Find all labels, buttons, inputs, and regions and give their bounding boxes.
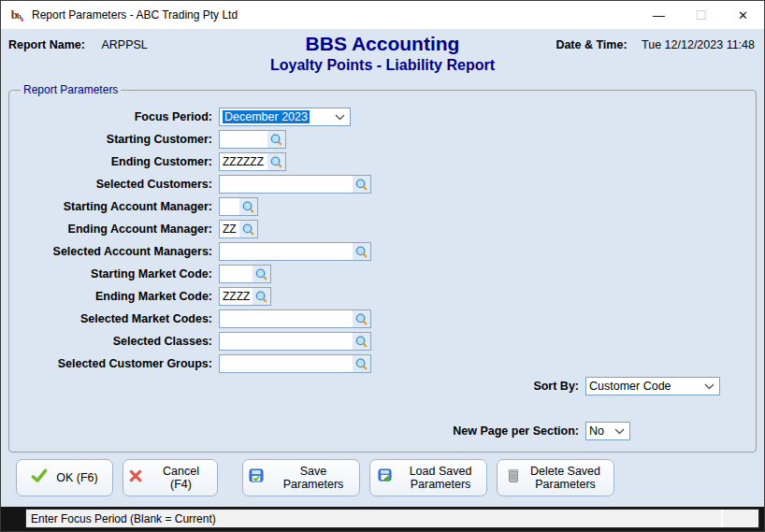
datetime-label: Date & Time: xyxy=(556,38,627,51)
ending-customer-field xyxy=(219,152,286,171)
selected-classes-label: Selected Classes: xyxy=(9,335,219,348)
selected-classes-field xyxy=(219,332,371,351)
ending-account-manager-input[interactable] xyxy=(220,221,239,237)
focus-period-row: Focus Period: December 2023 xyxy=(9,106,756,128)
starting-account-manager-label: Starting Account Manager: xyxy=(9,200,219,213)
status-message-panel: Enter Focus Period (Blank = Current) xyxy=(25,509,759,528)
starting-customer-input[interactable] xyxy=(220,131,267,148)
starting-account-manager-input[interactable] xyxy=(220,198,239,215)
selected-account-managers-input[interactable] xyxy=(220,243,353,260)
starting-market-code-label: Starting Market Code: xyxy=(9,267,219,280)
load-saved-parameters-button[interactable]: Load Saved Parameters xyxy=(369,459,487,496)
ok-button[interactable]: OK (F6) xyxy=(16,459,113,496)
selected-customer-groups-row: Selected Customer Groups: xyxy=(9,352,756,375)
selected-market-codes-row: Selected Market Codes: xyxy=(9,308,756,330)
search-icon[interactable] xyxy=(267,153,285,170)
ending-account-manager-field xyxy=(219,220,258,238)
selected-market-codes-field xyxy=(219,309,371,328)
new-page-per-section-value: No xyxy=(589,424,604,438)
maximize-button: ☐ xyxy=(680,1,722,29)
focus-period-label: Focus Period: xyxy=(9,110,219,123)
green-check-icon xyxy=(31,468,48,486)
maximize-icon: ☐ xyxy=(696,8,707,22)
starting-customer-row: Starting Customer: xyxy=(9,128,756,151)
starting-market-code-input[interactable] xyxy=(220,266,253,282)
save-parameters-button[interactable]: Save Parameters xyxy=(242,459,360,496)
ending-account-manager-row: Ending Account Manager: xyxy=(9,218,756,240)
close-button[interactable]: ✕ xyxy=(722,1,764,29)
focus-period-dropdown[interactable]: December 2023 xyxy=(219,108,351,126)
close-icon: ✕ xyxy=(738,8,748,22)
bbs-logo-icon: bbs xyxy=(7,6,26,24)
selected-classes-row: Selected Classes: xyxy=(9,330,756,352)
new-page-per-section-dropdown[interactable]: No xyxy=(585,422,630,440)
sort-by-dropdown[interactable]: Customer Code xyxy=(585,377,720,395)
selected-classes-input[interactable] xyxy=(220,333,353,350)
ok-button-label: OK (F6) xyxy=(56,471,97,484)
sort-by-label: Sort By: xyxy=(9,380,585,393)
ending-customer-label: Ending Customer: xyxy=(9,155,219,168)
load-saved-parameters-label: Load Saved Parameters xyxy=(402,465,479,492)
search-icon[interactable] xyxy=(353,310,370,327)
cancel-button[interactable]: Cancel (F4) xyxy=(123,459,218,496)
group-label: Report Parameters xyxy=(21,83,121,96)
search-icon[interactable] xyxy=(253,266,270,282)
report-parameters-group: Report Parameters Focus Period: December… xyxy=(8,90,757,453)
chevron-down-icon xyxy=(335,114,345,121)
search-icon[interactable] xyxy=(253,288,270,305)
ending-account-manager-label: Ending Account Manager: xyxy=(9,223,219,236)
chevron-down-icon xyxy=(614,428,625,435)
save-parameters-label: Save Parameters xyxy=(273,465,354,492)
ending-market-code-field xyxy=(219,287,271,306)
minimize-icon: — xyxy=(653,8,665,22)
selected-market-codes-label: Selected Market Codes: xyxy=(9,312,219,325)
starting-customer-label: Starting Customer: xyxy=(9,133,219,146)
delete-saved-parameters-button[interactable]: Delete Saved Parameters xyxy=(497,459,614,496)
focus-period-value: December 2023 xyxy=(223,110,310,123)
selected-account-managers-row: Selected Account Managers: xyxy=(9,240,756,263)
search-icon[interactable] xyxy=(239,221,257,237)
selected-customers-row: Selected Customers: xyxy=(9,173,756,195)
report-header: Report Name: ARPPSL BBS Accounting Loyal… xyxy=(1,29,764,83)
search-icon[interactable] xyxy=(353,243,370,260)
selected-customer-groups-field xyxy=(219,354,371,373)
selected-customer-groups-input[interactable] xyxy=(220,355,353,372)
selected-customers-field xyxy=(219,175,371,194)
action-button-row: OK (F6) Cancel (F4) Save Parameters Load… xyxy=(16,459,764,496)
status-panel-divider xyxy=(721,510,723,527)
chevron-down-icon xyxy=(704,383,714,390)
ending-market-code-label: Ending Market Code: xyxy=(9,290,219,303)
red-x-icon xyxy=(129,469,142,485)
report-title: Loyalty Points - Liability Report xyxy=(1,57,764,74)
ending-market-code-row: Ending Market Code: xyxy=(9,285,756,308)
window-title: Report Parameters - ABC Trading Pty Ltd xyxy=(32,8,238,22)
statusbar: Enter Focus Period (Blank = Current) xyxy=(1,507,764,531)
search-icon[interactable] xyxy=(353,355,370,372)
search-icon[interactable] xyxy=(353,176,370,193)
ending-customer-input[interactable] xyxy=(220,153,267,170)
ending-customer-row: Ending Customer: xyxy=(9,151,756,173)
search-icon[interactable] xyxy=(353,333,370,350)
selected-market-codes-input[interactable] xyxy=(220,310,353,327)
selected-customer-groups-label: Selected Customer Groups: xyxy=(9,357,219,370)
ending-market-code-input[interactable] xyxy=(220,288,253,305)
datetime-value: Tue 12/12/2023 11:48 xyxy=(642,38,755,51)
starting-customer-field xyxy=(219,130,286,149)
minimize-button[interactable]: — xyxy=(638,1,680,29)
starting-market-code-row: Starting Market Code: xyxy=(9,263,756,285)
new-page-per-section-label: New Page per Section: xyxy=(9,424,585,438)
starting-market-code-field xyxy=(219,265,271,283)
selected-customers-input[interactable] xyxy=(220,176,353,193)
cancel-button-label: Cancel (F4) xyxy=(151,465,211,492)
spacer xyxy=(9,397,756,420)
search-icon[interactable] xyxy=(267,131,285,148)
load-disk-arrow-icon xyxy=(378,468,394,486)
trash-bin-icon xyxy=(508,468,519,486)
search-icon[interactable] xyxy=(239,198,257,215)
starting-account-manager-field xyxy=(219,197,258,216)
save-disk-icon xyxy=(249,468,265,486)
titlebar: bbs Report Parameters - ABC Trading Pty … xyxy=(1,1,764,29)
delete-saved-parameters-label: Delete Saved Parameters xyxy=(527,465,604,492)
selected-account-managers-label: Selected Account Managers: xyxy=(9,245,219,258)
selected-customers-label: Selected Customers: xyxy=(9,178,219,191)
